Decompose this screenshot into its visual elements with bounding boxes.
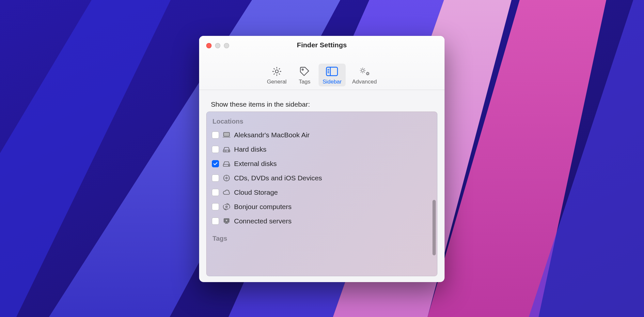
- svg-rect-17: [223, 137, 230, 138]
- titlebar: Finder Settings General: [199, 36, 445, 90]
- checkbox[interactable]: [212, 218, 219, 225]
- list-item[interactable]: Aleksandr's MacBook Air: [211, 128, 432, 142]
- tab-advanced-label: Advanced: [352, 79, 377, 85]
- checkbox[interactable]: [212, 174, 219, 182]
- checkbox[interactable]: [212, 203, 219, 210]
- finder-settings-window: Finder Settings General: [199, 36, 445, 282]
- svg-point-7: [275, 70, 278, 73]
- content-pane: Show these items in the sidebar: Locatio…: [199, 90, 445, 282]
- laptop-icon: [222, 131, 231, 139]
- svg-point-15: [367, 73, 369, 75]
- disk-icon: [222, 160, 231, 168]
- content-heading: Show these items in the sidebar:: [211, 100, 437, 108]
- svg-rect-16: [224, 132, 229, 136]
- list-item-label: External disks: [234, 160, 277, 168]
- tab-sidebar[interactable]: Sidebar: [319, 64, 346, 86]
- svg-point-19: [228, 151, 229, 151]
- list-item[interactable]: CDs, DVDs and iOS Devices: [211, 171, 432, 185]
- disc-icon: [222, 174, 231, 182]
- sidebar-items-scroll[interactable]: Locations Aleksandr's MacBook Air: [207, 112, 437, 276]
- cloud-icon: [222, 189, 231, 196]
- checkbox[interactable]: [212, 131, 219, 139]
- tab-general[interactable]: General: [263, 64, 291, 86]
- list-item-label: CDs, DVDs and iOS Devices: [234, 174, 322, 182]
- desktop: Finder Settings General: [0, 0, 644, 317]
- gear-icon: [271, 66, 283, 77]
- list-item[interactable]: Cloud Storage: [211, 185, 432, 200]
- tag-icon: [298, 66, 311, 77]
- sidebar-items-list: Locations Aleksandr's MacBook Air: [206, 112, 437, 276]
- tab-general-label: General: [267, 79, 287, 85]
- checkbox[interactable]: [212, 189, 219, 196]
- list-item[interactable]: External disks: [211, 157, 432, 171]
- scrollbar-thumb[interactable]: [432, 200, 436, 255]
- tab-tags[interactable]: Tags: [293, 64, 316, 86]
- list-item-label: Hard disks: [234, 145, 266, 153]
- list-item-label: Cloud Storage: [234, 189, 278, 196]
- bonjour-icon: [222, 203, 231, 211]
- svg-rect-28: [226, 222, 227, 223]
- server-icon: [222, 217, 231, 225]
- svg-point-24: [226, 177, 228, 179]
- checkbox[interactable]: [212, 160, 219, 167]
- window-title: Finder Settings: [199, 41, 445, 49]
- list-item[interactable]: Connected servers: [211, 214, 432, 228]
- gears-icon: [358, 66, 371, 77]
- checkbox[interactable]: [212, 146, 219, 153]
- list-item[interactable]: Bonjour computers: [211, 200, 432, 214]
- sidebar-icon: [326, 66, 338, 77]
- svg-point-14: [361, 69, 364, 72]
- list-item[interactable]: Hard disks: [211, 142, 432, 157]
- list-item-label: Connected servers: [234, 217, 291, 225]
- tab-tags-label: Tags: [299, 79, 310, 85]
- section-locations: Locations: [211, 116, 432, 128]
- svg-point-25: [226, 206, 228, 208]
- section-tags: Tags: [211, 233, 432, 245]
- tab-advanced[interactable]: Advanced: [348, 64, 381, 86]
- svg-point-22: [228, 165, 229, 166]
- disk-icon: [222, 145, 231, 153]
- toolbar: General Tags: [199, 64, 445, 86]
- list-item-label: Bonjour computers: [234, 203, 291, 211]
- tab-sidebar-label: Sidebar: [322, 79, 342, 85]
- svg-point-8: [302, 69, 303, 70]
- svg-point-29: [226, 220, 227, 221]
- list-item-label: Aleksandr's MacBook Air: [234, 131, 310, 139]
